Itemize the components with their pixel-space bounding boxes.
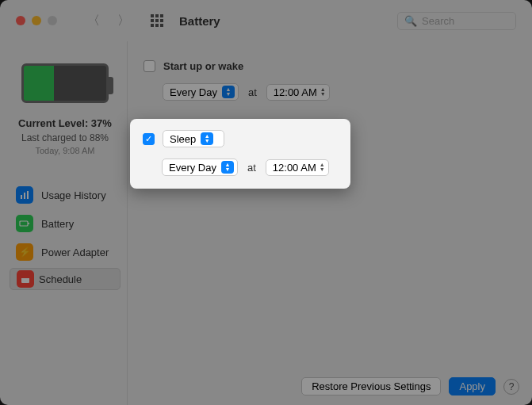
sidebar-item-label: Battery: [41, 218, 74, 230]
battery-preferences-window: 〈 〉 Battery 🔍 Search Current Level: 37% …: [0, 0, 532, 405]
sleep-day-select[interactable]: Every Day ▲▼: [162, 159, 238, 176]
calendar-icon: [17, 270, 34, 288]
sidebar-item-label: Power Adapter: [41, 246, 109, 258]
bolt-icon: ⚡: [16, 243, 33, 261]
forward-icon: 〉: [117, 13, 130, 29]
sidebar-item-battery[interactable]: Battery: [10, 211, 121, 236]
nav-back-forward: 〈 〉: [87, 13, 130, 29]
startup-row: Start up or wake: [144, 60, 516, 72]
help-button[interactable]: ?: [503, 379, 519, 395]
last-charged-time: Today, 9:08 AM: [35, 146, 94, 155]
restore-button[interactable]: Restore Previous Settings: [301, 377, 441, 395]
search-placeholder: Search: [422, 15, 454, 27]
sleep-checkbox[interactable]: ✓: [143, 133, 155, 145]
search-icon: 🔍: [404, 15, 417, 27]
svg-rect-6: [21, 276, 29, 278]
close-icon[interactable]: [16, 16, 25, 25]
current-level-label: Current Level: 37%: [18, 117, 112, 129]
battery-icon: [21, 63, 109, 103]
at-label: at: [248, 86, 257, 98]
startup-label: Start up or wake: [163, 60, 243, 72]
page-title: Battery: [179, 14, 220, 28]
sidebar-item-label: Schedule: [39, 273, 82, 285]
stepper-icon[interactable]: ▲▼: [320, 162, 325, 172]
show-all-icon[interactable]: [151, 14, 163, 27]
chevron-updown-icon: ▲▼: [221, 161, 234, 174]
chevron-updown-icon: ▲▼: [201, 132, 213, 145]
window-controls: [16, 16, 57, 25]
sleep-time-value: 12:00 AM: [273, 162, 316, 174]
apply-button[interactable]: Apply: [449, 377, 496, 395]
svg-rect-2: [27, 191, 29, 199]
startup-options-row: Every Day ▲▼ at 12:00 AM ▲▼: [163, 83, 516, 101]
minimize-icon[interactable]: [32, 16, 41, 25]
sidebar-item-label: Usage History: [41, 189, 106, 201]
footer: Restore Previous Settings Apply ?: [301, 377, 519, 395]
at-label: at: [247, 162, 256, 174]
sleep-schedule-card: ✓ Sleep ▲▼ Every Day ▲▼ at 12:00 AM ▲▼: [130, 119, 350, 189]
sidebar-item-usage-history[interactable]: Usage History: [10, 182, 121, 208]
svg-rect-1: [24, 193, 25, 199]
startup-checkbox[interactable]: [144, 60, 155, 72]
sidebar: Current Level: 37% Last charged to 88% T…: [0, 41, 127, 405]
sleep-time-field[interactable]: 12:00 AM ▲▼: [266, 159, 329, 176]
svg-rect-3: [20, 221, 28, 226]
startup-day-value: Every Day: [170, 86, 217, 98]
content-pane: Start up or wake Every Day ▲▼ at 12:00 A…: [127, 41, 532, 405]
sidebar-item-schedule[interactable]: Schedule: [10, 268, 121, 290]
sidebar-menu: Usage History Battery ⚡ Power Adapter Sc…: [10, 182, 121, 290]
chevron-updown-icon: ▲▼: [222, 86, 235, 98]
titlebar: 〈 〉 Battery 🔍 Search: [0, 0, 532, 41]
sleep-action-value: Sleep: [170, 133, 196, 145]
body: Current Level: 37% Last charged to 88% T…: [0, 41, 532, 405]
sleep-options-row: Every Day ▲▼ at 12:00 AM ▲▼: [162, 159, 338, 176]
startup-time-field[interactable]: 12:00 AM ▲▼: [266, 84, 330, 101]
sleep-row: ✓ Sleep ▲▼: [143, 130, 338, 147]
startup-time-value: 12:00 AM: [274, 86, 317, 98]
sidebar-item-power-adapter[interactable]: ⚡ Power Adapter: [10, 239, 121, 265]
sleep-action-select[interactable]: Sleep ▲▼: [163, 130, 224, 147]
last-charged-label: Last charged to 88%: [21, 132, 109, 143]
startup-day-select[interactable]: Every Day ▲▼: [163, 83, 239, 101]
sleep-day-value: Every Day: [169, 162, 216, 174]
svg-rect-4: [29, 223, 30, 224]
back-icon[interactable]: 〈: [87, 13, 100, 29]
search-field[interactable]: 🔍 Search: [397, 12, 516, 30]
zoom-icon: [48, 16, 57, 25]
chart-icon: [16, 186, 33, 204]
svg-rect-0: [21, 195, 22, 199]
battery-small-icon: [16, 215, 33, 232]
stepper-icon[interactable]: ▲▼: [320, 87, 326, 97]
